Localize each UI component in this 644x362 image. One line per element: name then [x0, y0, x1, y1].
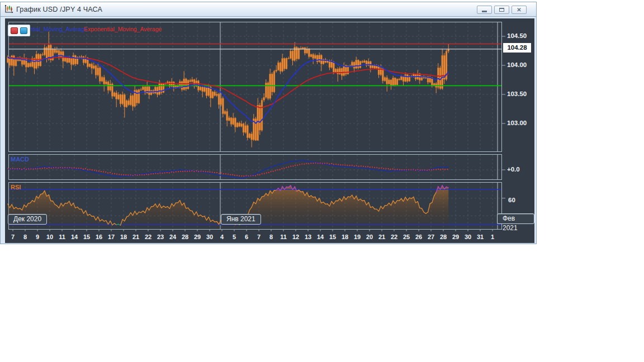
x-axis-label: 31: [474, 234, 486, 241]
month-badge-jan-2021[interactable]: Янв 2021: [221, 214, 261, 225]
price-axis-label: 103.00: [507, 120, 532, 127]
price-axis-label: 104.00: [507, 61, 532, 69]
x-axis-label: 30: [462, 234, 474, 241]
title-bar[interactable]: График USD /JPY 4 ЧАСА ✕: [1, 2, 536, 17]
rsi-axis-label: 60: [508, 197, 515, 203]
month-badge-dec-2020[interactable]: Дек 2020: [8, 214, 47, 225]
x-axis-label: 26: [413, 234, 425, 241]
maximize-button[interactable]: [494, 6, 509, 14]
x-axis-label: 18: [339, 234, 351, 241]
x-axis-label: 14: [314, 234, 326, 241]
x-axis-label: 11: [277, 234, 290, 241]
rsi-label: RSI: [11, 184, 21, 190]
x-axis-label: 18: [117, 234, 130, 241]
maximize-icon: [499, 8, 504, 12]
x-axis-label: 15: [80, 234, 93, 241]
candlestick-chart-icon: [4, 4, 13, 14]
price-axis-label: 103.50: [507, 90, 532, 98]
x-axis-label: 8: [265, 234, 277, 241]
legend-ema-slow: Exponential_Moving_Average: [84, 26, 162, 32]
current-price-box: 104.28: [503, 43, 531, 53]
x-axis-label: 28: [437, 234, 449, 241]
macd-axis-label: +0.0: [507, 166, 520, 173]
x-axis-label: 5: [228, 234, 240, 241]
x-axis-label: 13: [302, 234, 314, 241]
x-axis-label: 25: [400, 234, 413, 241]
blue-marker-button[interactable]: [20, 27, 27, 34]
window-controls: ✕: [477, 6, 527, 14]
x-axis-label: 1: [486, 234, 499, 241]
x-axis-label: 7: [7, 234, 19, 241]
x-axis-label: 15: [326, 234, 339, 241]
x-axis-label: 16: [93, 234, 105, 241]
x-axis-label: 30: [203, 234, 216, 241]
close-button[interactable]: ✕: [512, 6, 527, 14]
x-axis-label: 24: [167, 234, 179, 241]
window-title: График USD /JPY 4 ЧАСА: [16, 6, 102, 13]
x-axis-label: 22: [142, 234, 154, 241]
desktop: График USD /JPY 4 ЧАСА ✕ Exponential_Mov…: [0, 0, 644, 362]
x-axis-label: 27: [425, 234, 437, 241]
chart-client-area: Exponential_Moving_Average Exponential_M…: [5, 18, 534, 243]
minimize-button[interactable]: [477, 6, 492, 14]
close-icon: ✕: [517, 7, 521, 13]
chart-mini-toolbar: [8, 25, 30, 36]
minimize-icon: [482, 11, 487, 12]
month-badge-feb-2021[interactable]: Фев 2021: [497, 213, 534, 224]
x-axis-label: 19: [351, 234, 363, 241]
x-axis-label: 20: [363, 234, 376, 241]
x-axis-label: 23: [154, 234, 167, 241]
x-axis-label: 21: [376, 234, 388, 241]
x-axis-label: 7: [253, 234, 265, 241]
x-axis-label: 17: [105, 234, 117, 241]
x-axis-label: 12: [290, 234, 302, 241]
price-panel[interactable]: [8, 22, 502, 152]
x-axis-label: 10: [44, 234, 56, 241]
x-axis-label: 21: [130, 234, 142, 241]
x-axis-label: 4: [216, 234, 228, 241]
x-axis-label: 22: [388, 234, 400, 241]
x-axis-label: 9: [31, 234, 44, 241]
x-axis-label: 11: [56, 234, 68, 241]
chart-window: График USD /JPY 4 ЧАСА ✕ Exponential_Mov…: [0, 2, 537, 244]
macd-panel[interactable]: [8, 154, 502, 180]
x-axis-label: 8: [19, 234, 31, 241]
price-axis-label: 104.50: [507, 32, 532, 40]
red-marker-button[interactable]: [11, 27, 18, 34]
x-axis-label: 14: [68, 234, 80, 241]
x-axis-label: 28: [179, 234, 191, 241]
x-axis-label: 29: [449, 234, 462, 241]
x-axis-label: 29: [191, 234, 203, 241]
x-axis-label: 6: [240, 234, 253, 241]
macd-label: MACD: [11, 156, 29, 163]
